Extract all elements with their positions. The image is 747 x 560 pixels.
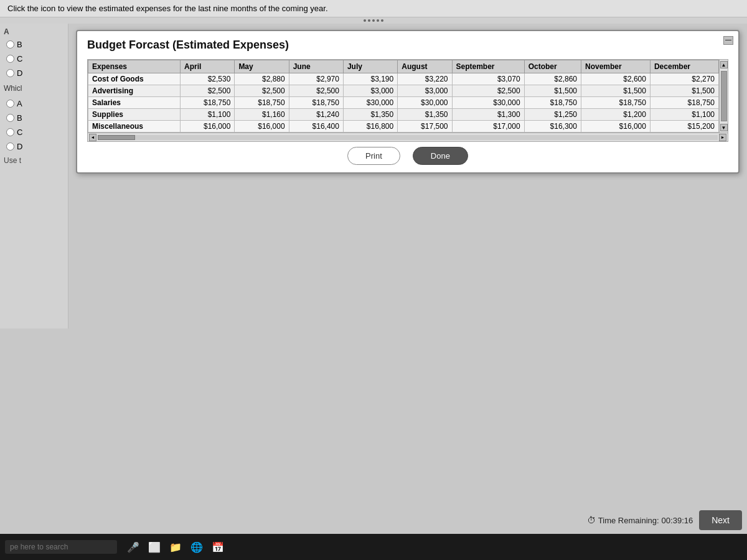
use-text: Use t: [4, 156, 64, 165]
expense-cell: $2,860: [524, 73, 581, 85]
radio-a2[interactable]: [6, 100, 14, 108]
expense-cell: $18,750: [181, 97, 235, 109]
middle-row: A B C D Whicl: [0, 24, 747, 329]
expense-cell: $2,970: [289, 73, 343, 85]
expense-cell: $1,350: [398, 109, 452, 121]
radio-d[interactable]: [6, 69, 14, 77]
expense-cell: $18,750: [235, 97, 289, 109]
time-remaining-label: Time Remaining:: [598, 516, 659, 525]
window-icon[interactable]: ⬜: [146, 538, 163, 556]
table-container: Expenses April May June July August Sept…: [87, 59, 728, 133]
globe-icon[interactable]: 🌐: [188, 538, 205, 556]
radio-label-b: B: [17, 40, 22, 49]
dialog-box: — Budget Forcast (Estimated Expenses) Ex…: [76, 30, 740, 174]
top-radio-group: B C D: [4, 39, 64, 79]
right-content: — Budget Forcast (Estimated Expenses) Ex…: [68, 24, 747, 329]
expense-cell: $1,500: [650, 85, 718, 97]
expense-cell: $2,530: [181, 73, 235, 85]
expense-row-label: Supplies: [88, 109, 181, 121]
scroll-down-arrow[interactable]: ▼: [720, 124, 728, 131]
microphone-icon[interactable]: 🎤: [125, 538, 142, 556]
scroll-hint-bar: [0, 17, 747, 24]
expense-cell: $3,220: [398, 73, 452, 85]
radio-item-d[interactable]: D: [4, 67, 64, 79]
expense-cell: $16,400: [289, 121, 343, 133]
scroll-up-arrow[interactable]: ▲: [720, 61, 728, 68]
bottom-radio-group: A B C D: [4, 98, 64, 152]
col-header-november: November: [581, 60, 650, 73]
scroll-thumb[interactable]: [721, 71, 727, 121]
calendar-icon[interactable]: 📅: [209, 538, 227, 556]
expense-cell: $1,500: [581, 85, 650, 97]
col-header-april: April: [181, 60, 235, 73]
radio-c[interactable]: [6, 55, 14, 63]
table-header-row: Expenses April May June July August Sept…: [88, 60, 719, 73]
minimize-button[interactable]: —: [723, 36, 733, 45]
expense-cell: $3,190: [343, 73, 397, 85]
radio-item-c2[interactable]: C: [4, 126, 64, 138]
clock-icon: ⏱: [587, 515, 596, 525]
expense-cell: $1,100: [181, 109, 235, 121]
table-horizontal-scrollbar[interactable]: ◄ ►: [87, 133, 728, 142]
table-vertical-scrollbar[interactable]: ▲ ▼: [720, 59, 728, 133]
print-button[interactable]: Print: [347, 147, 400, 165]
expense-cell: $2,500: [235, 85, 289, 97]
done-button[interactable]: Done: [413, 147, 468, 165]
scroll-track: [98, 135, 718, 140]
folder-icon[interactable]: 📁: [167, 538, 184, 556]
radio-d2[interactable]: [6, 142, 14, 151]
taskbar-search-input[interactable]: [5, 540, 117, 554]
radio-item-b[interactable]: B: [4, 39, 64, 50]
expense-row-label: Advertising: [88, 85, 181, 97]
table-row: Miscellaneous$16,000$16,000$16,400$16,80…: [88, 121, 719, 133]
radio-label-d2: D: [17, 142, 22, 151]
next-button[interactable]: Next: [699, 510, 742, 530]
radio-item-c[interactable]: C: [4, 53, 64, 65]
table-row: Cost of Goods$2,530$2,880$2,970$3,190$3,…: [88, 73, 719, 85]
scroll-dots: [364, 19, 383, 22]
radio-b2[interactable]: [6, 114, 14, 122]
col-header-september: September: [452, 60, 524, 73]
expense-cell: $16,800: [343, 121, 397, 133]
expense-table: Expenses April May June July August Sept…: [88, 60, 719, 133]
time-remaining-text: ⏱ Time Remaining: 00:39:16: [587, 515, 693, 525]
taskbar-icons: 🎤 ⬜ 📁 🌐 📅: [125, 538, 227, 556]
expense-cell: $1,160: [235, 109, 289, 121]
expense-cell: $3,070: [452, 73, 524, 85]
instruction-bar: Click the icon to view the estimated exp…: [0, 0, 747, 17]
table-wrapper[interactable]: Expenses April May June July August Sept…: [87, 59, 720, 133]
expense-cell: $2,270: [650, 73, 718, 85]
expense-cell: $1,500: [524, 85, 581, 97]
expense-cell: $1,200: [581, 109, 650, 121]
expense-row-label: Cost of Goods: [88, 73, 181, 85]
left-sidebar: A B C D Whicl: [0, 24, 68, 329]
expense-cell: $18,750: [289, 97, 343, 109]
col-header-july: July: [343, 60, 397, 73]
radio-item-b2[interactable]: B: [4, 112, 64, 124]
scroll-dot-2: [368, 19, 370, 22]
expense-cell: $2,500: [181, 85, 235, 97]
col-header-december: December: [650, 60, 718, 73]
expense-cell: $2,880: [235, 73, 289, 85]
expense-cell: $18,750: [650, 97, 718, 109]
scroll-left-arrow[interactable]: ◄: [89, 134, 96, 141]
scroll-dot-1: [364, 19, 366, 22]
radio-item-a2[interactable]: A: [4, 98, 64, 110]
expense-row-label: Miscellaneous: [88, 121, 181, 133]
expense-cell: $30,000: [398, 97, 452, 109]
radio-b[interactable]: [6, 40, 14, 49]
taskbar: 🎤 ⬜ 📁 🌐 📅: [0, 534, 747, 560]
button-row: Print Done: [87, 147, 728, 165]
hscroll-thumb[interactable]: [98, 135, 135, 140]
radio-label-c: C: [17, 54, 22, 63]
expense-cell: $16,000: [581, 121, 650, 133]
time-remaining-area: ⏱ Time Remaining: 00:39:16 Next: [587, 510, 742, 530]
expense-cell: $17,500: [398, 121, 452, 133]
scroll-right-arrow[interactable]: ►: [719, 134, 726, 141]
radio-label-c2: C: [17, 128, 22, 137]
radio-item-d2[interactable]: D: [4, 141, 64, 152]
expense-cell: $1,240: [289, 109, 343, 121]
radio-label-a2: A: [17, 99, 22, 108]
radio-c2[interactable]: [6, 128, 14, 136]
time-remaining-value: 00:39:16: [662, 516, 693, 525]
